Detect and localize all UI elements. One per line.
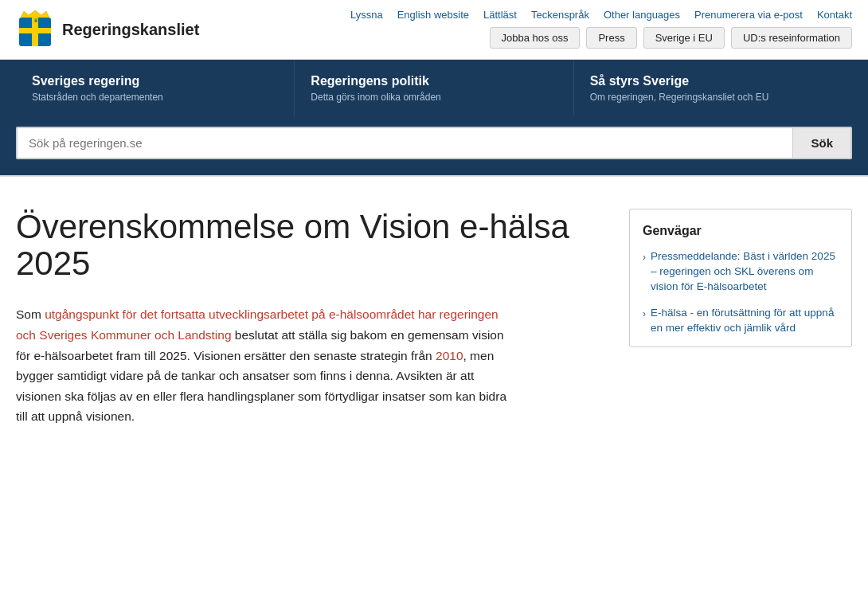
nav-english[interactable]: English website <box>397 9 469 21</box>
nav-prenumerera[interactable]: Prenumerera via e-post <box>694 9 803 21</box>
search-input[interactable] <box>18 128 792 158</box>
svg-text:♛: ♛ <box>33 18 38 23</box>
ud-rese-button[interactable]: UD:s reseinformation <box>731 27 852 49</box>
nav-card-politik[interactable]: Regeringens politik Detta görs inom olik… <box>295 60 573 115</box>
article-link-2[interactable]: 2010 <box>436 349 463 362</box>
dark-nav-section: Sveriges regering Statsråden och departe… <box>0 60 868 115</box>
search-section: Sök <box>0 115 868 175</box>
nav-other-lang[interactable]: Other languages <box>604 9 680 21</box>
main-content: Överenskommelse om Vision e-hälsa 2025 S… <box>0 177 868 459</box>
article-title: Överenskommelse om Vision e-hälsa 2025 <box>16 209 597 282</box>
article-body: Som utgångspunkt för det fortsatta utvec… <box>16 304 518 426</box>
chevron-right-icon: › <box>643 251 646 264</box>
press-button[interactable]: Press <box>586 27 636 49</box>
chevron-right-icon-2: › <box>643 307 646 321</box>
sverige-eu-button[interactable]: Sverige i EU <box>643 27 725 49</box>
nav-card-regering[interactable]: Sveriges regering Statsråden och departe… <box>16 60 295 115</box>
svg-marker-1 <box>21 10 49 18</box>
nav-lyssna[interactable]: Lyssna <box>350 9 383 21</box>
nav-teckenspr[interactable]: Teckenspråk <box>531 9 589 21</box>
jobba-button[interactable]: Jobba hos oss <box>490 27 581 49</box>
sidebar-box: Genvägar › Pressmeddelande: Bäst i värld… <box>629 209 852 347</box>
svg-text:♛: ♛ <box>25 22 30 28</box>
secondary-buttons: Jobba hos oss Press Sverige i EU UD:s re… <box>490 24 852 55</box>
search-button[interactable]: Sök <box>792 128 850 158</box>
site-title: Regeringskansliet <box>62 21 199 39</box>
nav-lattlast[interactable]: Lättläst <box>483 9 517 21</box>
sidebar-link-2[interactable]: › E-hälsa - en förutsättning för att upp… <box>643 306 839 336</box>
search-bar: Sök <box>16 127 852 159</box>
svg-text:♛: ♛ <box>41 22 46 28</box>
nav-cards-container: Sveriges regering Statsråden och departe… <box>16 60 852 115</box>
article-link-1[interactable]: utgångspunkt för det fortsatta utvecklin… <box>16 307 499 342</box>
nav-card-styrs[interactable]: Så styrs Sverige Om regeringen, Regering… <box>574 60 852 115</box>
sidebar-link-2-text: E-hälsa - en förutsättning för att uppnå… <box>651 306 839 336</box>
article-area: Överenskommelse om Vision e-hälsa 2025 S… <box>16 209 597 427</box>
nav-kontakt[interactable]: Kontakt <box>817 9 852 21</box>
sidebar-link-1-text: Pressmeddelande: Bäst i världen 2025 – r… <box>651 249 839 295</box>
top-nav-links: Lyssna English website Lättläst Teckensp… <box>350 4 852 24</box>
sidebar-title: Genvägar <box>643 224 839 238</box>
logo-area: ♛ ♛ ♛ Regeringskansliet <box>16 0 199 59</box>
logo-icon: ♛ ♛ ♛ <box>16 8 54 51</box>
top-links-area: Lyssna English website Lättläst Teckensp… <box>350 4 852 55</box>
sidebar: Genvägar › Pressmeddelande: Bäst i värld… <box>629 209 852 427</box>
sidebar-link-1[interactable]: › Pressmeddelande: Bäst i världen 2025 –… <box>643 249 839 295</box>
